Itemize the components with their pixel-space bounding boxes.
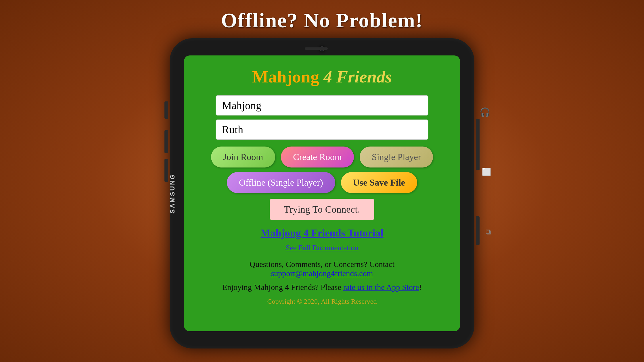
- app-screen: Mahjong 4 Friends Join Room Create Room …: [184, 55, 460, 331]
- create-room-button[interactable]: Create Room: [281, 147, 354, 167]
- bixby-button[interactable]: [164, 159, 168, 182]
- secondary-buttons-row: Offline (Single Player) Use Save File: [227, 172, 417, 193]
- right-bottom-button[interactable]: [476, 216, 480, 245]
- rate-prefix: Enjoying Mahjong 4 Friends? Please: [222, 283, 343, 292]
- primary-buttons-row: Join Room Create Room Single Player: [211, 147, 433, 167]
- page-title: Offline? No Problem!: [221, 9, 423, 32]
- app-title: Mahjong 4 Friends: [252, 67, 392, 87]
- offline-single-player-button[interactable]: Offline (Single Player): [227, 172, 335, 193]
- game-name-input[interactable]: [216, 95, 428, 115]
- tutorial-link[interactable]: Mahjong 4 Friends Tutorial: [260, 227, 383, 239]
- docs-link[interactable]: See Full Documentation: [286, 244, 359, 252]
- volume-up-button[interactable]: [164, 101, 168, 119]
- headphone-icon: 🎧: [480, 107, 490, 117]
- contact-prefix: Questions, Comments, or Concerns? Contac…: [250, 260, 394, 269]
- use-save-file-button[interactable]: Use Save File: [341, 172, 417, 193]
- rate-suffix: !: [419, 283, 422, 292]
- app-title-friends: 4 Friends: [323, 67, 392, 86]
- rate-app-store-link[interactable]: rate us in the App Store: [343, 283, 419, 292]
- phone-speaker: [305, 47, 328, 50]
- connection-status: Trying To Connect.: [270, 199, 375, 220]
- power-button[interactable]: [476, 119, 480, 170]
- copyright-text: Copyright © 2020, All Rights Reserved: [267, 298, 377, 305]
- app-title-mahjong: Mahjong: [252, 67, 323, 86]
- samsung-label: SAMSUNG: [169, 173, 176, 213]
- volume-down-button[interactable]: [164, 130, 168, 153]
- single-player-button[interactable]: Single Player: [360, 147, 433, 167]
- phone-frame: SAMSUNG 🎧 ⬜ ⧉ Mahjong 4 Friends Join Roo…: [170, 38, 474, 348]
- rate-text: Enjoying Mahjong 4 Friends? Please rate …: [222, 283, 422, 292]
- contact-email-link[interactable]: support@mahjong4friends.com: [271, 269, 373, 278]
- join-room-button[interactable]: Join Room: [211, 147, 275, 167]
- copy-icon: ⧉: [486, 228, 491, 236]
- home-icon: ⬜: [482, 167, 491, 176]
- player-name-input[interactable]: [216, 120, 428, 140]
- contact-text: Questions, Comments, or Concerns? Contac…: [201, 260, 443, 278]
